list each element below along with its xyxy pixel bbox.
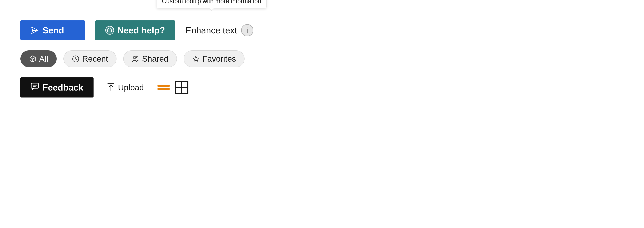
star-icon	[192, 55, 200, 63]
list-line-2	[158, 88, 170, 90]
upload-icon	[107, 82, 114, 93]
filter-pills-row: All Recent Sha	[20, 50, 254, 67]
grid-cell-3	[176, 87, 182, 93]
info-button[interactable]: i Custom tooltip with more information	[241, 24, 254, 36]
svg-line-6	[30, 57, 33, 59]
send-button[interactable]: Send	[20, 21, 85, 40]
enhance-text-area: Enhance text i Custom tooltip with more …	[185, 24, 254, 36]
upload-button[interactable]: Upload	[107, 82, 144, 93]
svg-rect-3	[107, 30, 108, 32]
upload-label: Upload	[118, 83, 144, 92]
pill-all-label: All	[39, 54, 48, 64]
info-icon: i	[246, 27, 248, 34]
svg-rect-15	[31, 83, 38, 88]
svg-marker-14	[193, 56, 199, 62]
feedback-button[interactable]: Feedback	[20, 77, 94, 98]
cube-icon	[29, 55, 36, 63]
headset-icon	[106, 26, 114, 35]
svg-rect-4	[111, 30, 112, 32]
send-label: Send	[42, 25, 64, 35]
grid-cell-4	[182, 87, 188, 93]
shared-icon	[132, 55, 139, 63]
enhance-text-label: Enhance text	[185, 25, 237, 35]
feedback-label: Feedback	[42, 82, 83, 93]
pill-recent-label: Recent	[82, 54, 108, 64]
pill-recent[interactable]: Recent	[64, 50, 116, 67]
list-line-1	[158, 85, 170, 87]
svg-line-11	[76, 59, 77, 60]
svg-point-13	[136, 56, 138, 58]
need-help-label: Need help?	[117, 25, 165, 35]
grid-cell-2	[182, 82, 188, 87]
pill-favorites[interactable]: Favorites	[184, 50, 244, 67]
pill-all[interactable]: All	[20, 50, 57, 67]
svg-line-7	[33, 57, 35, 59]
pill-shared[interactable]: Shared	[123, 50, 177, 67]
send-icon	[30, 26, 39, 35]
action-buttons-row: Send Need help? Enhance text i Cus	[20, 21, 254, 40]
need-help-button[interactable]: Need help?	[95, 21, 175, 40]
svg-point-2	[106, 26, 114, 34]
grid-view-button[interactable]	[175, 81, 188, 94]
list-view-button[interactable]	[158, 85, 170, 90]
feedback-icon	[30, 82, 39, 93]
svg-point-12	[133, 56, 136, 59]
clock-icon	[72, 55, 80, 63]
pill-shared-label: Shared	[142, 54, 168, 64]
pill-favorites-label: Favorites	[202, 54, 236, 64]
view-toggle	[158, 81, 188, 94]
toolbar-row: Feedback Upload	[20, 77, 254, 98]
grid-cell-1	[176, 82, 182, 87]
tooltip: Custom tooltip with more information	[156, 0, 266, 8]
